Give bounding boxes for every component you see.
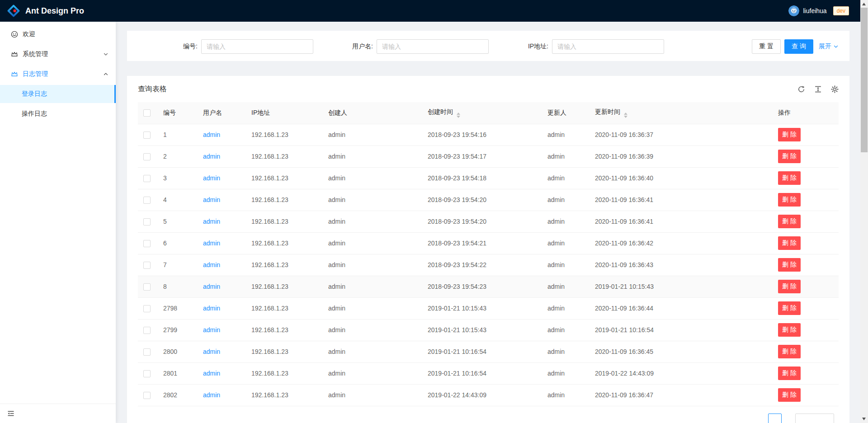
username-link[interactable]: admin (203, 305, 220, 312)
sidebar-item-log-management[interactable]: 日志管理 (0, 65, 116, 83)
row-checkbox[interactable] (143, 197, 151, 204)
row-checkbox[interactable] (143, 175, 151, 182)
username-link[interactable]: admin (203, 218, 220, 225)
sidebar-item-label: 操作日志 (22, 110, 47, 118)
id-input[interactable] (201, 39, 313, 54)
username-link[interactable]: admin (203, 326, 220, 334)
username-link[interactable]: admin (203, 240, 220, 247)
page-size-select[interactable] (795, 414, 834, 423)
delete-button[interactable]: 删 除 (778, 236, 801, 250)
username-link[interactable]: admin (203, 283, 220, 290)
cell-updater: admin (540, 384, 588, 406)
cell-actions: 删 除 (771, 232, 839, 254)
delete-button[interactable]: 删 除 (778, 388, 801, 402)
cell-actions: 删 除 (771, 362, 839, 384)
pagination-page-1-button[interactable] (768, 414, 782, 423)
cell-username: admin (196, 211, 244, 232)
row-checkbox[interactable] (143, 392, 151, 399)
cell-ip: 192.168.1.23 (244, 232, 321, 254)
col-header-updated-time[interactable]: 更新时间 (588, 102, 771, 124)
delete-button[interactable]: 删 除 (778, 280, 801, 293)
delete-button[interactable]: 删 除 (778, 128, 801, 141)
cell-ip: 192.168.1.23 (244, 211, 321, 232)
cell-ip: 192.168.1.23 (244, 297, 321, 319)
scroll-down-arrow-icon[interactable] (862, 418, 866, 420)
row-checkbox-cell (138, 124, 156, 146)
delete-button[interactable]: 删 除 (778, 258, 801, 272)
row-checkbox[interactable] (143, 153, 151, 160)
row-checkbox[interactable] (143, 240, 151, 247)
col-header-created-time[interactable]: 创建时间 (420, 102, 540, 124)
ant-design-logo-icon (7, 5, 20, 17)
sidebar-item-label: 系统管理 (23, 50, 48, 58)
sidebar-item-operation-log[interactable]: 操作日志 (0, 105, 116, 123)
app-title: Ant Design Pro (25, 6, 84, 16)
delete-button[interactable]: 删 除 (778, 150, 801, 163)
menu-fold-icon[interactable] (7, 410, 14, 417)
row-checkbox[interactable] (143, 370, 151, 377)
row-checkbox[interactable] (143, 305, 151, 312)
cell-created-time: 2018-09-23 19:54:16 (420, 124, 540, 146)
cell-created-time: 2018-09-23 19:54:20 (420, 211, 540, 232)
cell-actions: 删 除 (771, 146, 839, 167)
sidebar-item-system-management[interactable]: 系统管理 (0, 45, 116, 63)
settings-gear-icon[interactable] (831, 85, 839, 93)
row-checkbox[interactable] (143, 327, 151, 334)
cell-username: admin (196, 384, 244, 406)
sorter-icon[interactable] (457, 113, 460, 118)
reload-icon[interactable] (797, 85, 805, 93)
cell-actions: 删 除 (771, 341, 839, 362)
username-link[interactable]: admin (203, 131, 220, 138)
row-checkbox[interactable] (143, 262, 151, 269)
cell-id: 1 (156, 124, 196, 146)
expand-link[interactable]: 展开 (819, 42, 839, 51)
cell-username: admin (196, 254, 244, 276)
table-row: 3 admin 192.168.1.23 admin 2018-09-23 19… (138, 167, 839, 189)
cell-updater: admin (540, 189, 588, 211)
delete-button[interactable]: 删 除 (778, 171, 801, 185)
table-row: 8 admin 192.168.1.23 admin 2018-09-23 19… (138, 276, 839, 297)
username-link[interactable]: admin (203, 153, 220, 160)
username-link[interactable]: admin (203, 261, 220, 268)
username-input[interactable] (377, 39, 489, 54)
ip-input[interactable] (552, 39, 664, 54)
delete-button[interactable]: 删 除 (778, 323, 801, 337)
sorter-icon[interactable] (624, 113, 627, 118)
delete-button[interactable]: 删 除 (778, 193, 801, 207)
delete-button[interactable]: 删 除 (778, 345, 801, 358)
row-checkbox[interactable] (143, 283, 151, 291)
row-checkbox[interactable] (143, 132, 151, 139)
username-link[interactable]: admin (203, 174, 220, 182)
cell-updater: admin (540, 232, 588, 254)
row-checkbox[interactable] (143, 218, 151, 226)
scrollbar-thumb[interactable] (861, 8, 868, 152)
table-row: 2800 admin 192.168.1.23 admin 2019-01-21… (138, 341, 839, 362)
cell-username: admin (196, 341, 244, 362)
delete-button[interactable]: 删 除 (778, 301, 801, 315)
cell-id: 2801 (156, 362, 196, 384)
scroll-up-arrow-icon[interactable] (862, 3, 866, 5)
user-name[interactable]: liufeihua (803, 7, 826, 14)
reset-button[interactable]: 重 置 (752, 39, 781, 54)
pagination (127, 414, 849, 423)
vertical-scrollbar[interactable] (860, 0, 868, 423)
sidebar-item-welcome[interactable]: 欢迎 (0, 25, 116, 43)
username-link[interactable]: admin (203, 348, 220, 355)
select-all-checkbox[interactable] (143, 109, 151, 117)
username-link[interactable]: admin (203, 391, 220, 399)
cell-id: 5 (156, 211, 196, 232)
row-checkbox-cell (138, 167, 156, 189)
row-checkbox[interactable] (143, 348, 151, 356)
logo[interactable]: Ant Design Pro (7, 5, 84, 17)
delete-button[interactable]: 删 除 (778, 367, 801, 380)
search-button[interactable]: 查 询 (784, 39, 813, 54)
row-checkbox-cell (138, 189, 156, 211)
cell-creator: admin (321, 341, 420, 362)
username-link[interactable]: admin (203, 370, 220, 377)
username-link[interactable]: admin (203, 196, 220, 203)
filter-item-username: 用户名: (313, 39, 489, 54)
user-avatar[interactable] (788, 5, 799, 16)
density-icon[interactable] (814, 85, 822, 93)
delete-button[interactable]: 删 除 (778, 215, 801, 228)
sidebar-item-login-log[interactable]: 登录日志 (0, 85, 116, 103)
